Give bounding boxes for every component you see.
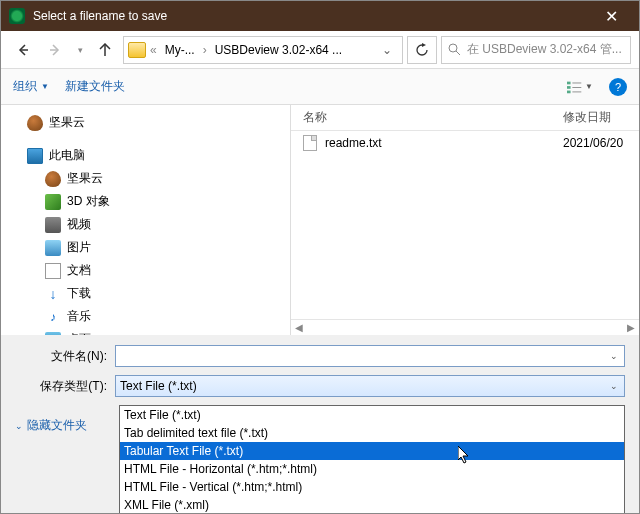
chevron-down-icon[interactable]: ⌄ <box>608 351 620 361</box>
refresh-icon <box>415 43 429 57</box>
tree-item-nutcloud[interactable]: 坚果云 <box>5 111 286 134</box>
breadcrumb[interactable]: « My-... › USBDeview 3.02-x64 ... ⌄ <box>123 36 403 64</box>
folder-icon <box>128 42 146 58</box>
svg-rect-4 <box>572 87 581 88</box>
tree-item-3d[interactable]: 3D 对象 <box>5 190 286 213</box>
refresh-button[interactable] <box>407 36 437 64</box>
arrow-right-icon <box>48 43 62 57</box>
chevron-down-icon: ⌄ <box>15 421 23 431</box>
tree-item-downloads[interactable]: ↓下载 <box>5 282 286 305</box>
file-date: 2021/06/20 <box>563 136 623 150</box>
svg-rect-6 <box>572 91 581 92</box>
horizontal-scrollbar[interactable]: ◀ ▶ <box>291 319 639 335</box>
picture-icon <box>45 240 61 256</box>
app-icon <box>9 8 25 24</box>
file-row[interactable]: readme.txt 2021/06/20 <box>291 131 639 155</box>
list-view-icon <box>567 80 583 94</box>
filetype-option[interactable]: Tab delimited text file (*.txt) <box>120 424 624 442</box>
tree-item-pictures[interactable]: 图片 <box>5 236 286 259</box>
filename-input[interactable]: ⌄ <box>115 345 625 367</box>
search-input[interactable]: 在 USBDeview 3.02-x64 管... <box>441 36 631 64</box>
tree-item-thispc[interactable]: 此电脑 <box>5 144 286 167</box>
nut-icon <box>27 115 43 131</box>
arrow-up-icon <box>98 43 112 57</box>
filetype-label: 保存类型(T): <box>15 378 115 395</box>
tree-item-video[interactable]: 视频 <box>5 213 286 236</box>
filetype-option[interactable]: XML File (*.xml) <box>120 496 624 514</box>
filetype-dropdown[interactable]: Text File (*.txt)Tab delimited text file… <box>119 405 625 514</box>
organize-menu[interactable]: 组织 ▼ <box>13 78 49 95</box>
hide-folders-toggle[interactable]: ⌄ 隐藏文件夹 <box>15 417 87 434</box>
view-mode-button[interactable]: ▼ <box>567 76 593 98</box>
scroll-left-icon[interactable]: ◀ <box>291 322 307 333</box>
svg-rect-3 <box>567 86 571 89</box>
filetype-option[interactable]: HTML File - Horizontal (*.htm;*.html) <box>120 460 624 478</box>
file-list-body[interactable]: readme.txt 2021/06/20 <box>291 131 639 319</box>
filetype-select[interactable]: Text File (*.txt) ⌄ <box>115 375 625 397</box>
help-button[interactable]: ? <box>609 78 627 96</box>
new-folder-button[interactable]: 新建文件夹 <box>65 78 125 95</box>
download-icon: ↓ <box>45 286 61 302</box>
arrow-left-icon <box>16 43 30 57</box>
cube-icon <box>45 194 61 210</box>
back-button[interactable] <box>9 36 37 64</box>
file-list: 名称 修改日期 readme.txt 2021/06/20 ◀ ▶ <box>291 105 639 335</box>
svg-rect-5 <box>567 90 571 93</box>
breadcrumb-item[interactable]: My-... <box>161 43 199 57</box>
tree-item-documents[interactable]: 文档 <box>5 259 286 282</box>
pc-icon <box>27 148 43 164</box>
breadcrumb-sep-icon: « <box>148 43 159 57</box>
document-icon <box>45 263 61 279</box>
column-date[interactable]: 修改日期 <box>551 109 623 126</box>
nav-bar: ▾ « My-... › USBDeview 3.02-x64 ... ⌄ 在 … <box>1 31 639 69</box>
chevron-down-icon[interactable]: ⌄ <box>608 381 620 391</box>
chevron-right-icon: › <box>201 43 209 57</box>
nut-icon <box>45 171 61 187</box>
scroll-right-icon[interactable]: ▶ <box>623 322 639 333</box>
breadcrumb-item[interactable]: USBDeview 3.02-x64 ... <box>211 43 346 57</box>
search-placeholder: 在 USBDeview 3.02-x64 管... <box>467 41 622 58</box>
filetype-option[interactable]: Text File (*.txt) <box>120 406 624 424</box>
filename-label: 文件名(N): <box>15 348 115 365</box>
window-title: Select a filename to save <box>33 9 591 23</box>
svg-rect-2 <box>572 82 581 83</box>
filetype-option[interactable]: Tabular Text File (*.txt) <box>120 442 624 460</box>
filetype-option[interactable]: HTML File - Vertical (*.htm;*.html) <box>120 478 624 496</box>
chevron-down-icon[interactable]: ⌄ <box>376 43 398 57</box>
file-list-header[interactable]: 名称 修改日期 <box>291 105 639 131</box>
recent-button[interactable]: ▾ <box>73 36 87 64</box>
svg-rect-1 <box>567 81 571 84</box>
folder-tree[interactable]: 坚果云 此电脑 坚果云 3D 对象 视频 图片 文档 ↓下载 ♪音乐 桌面 <box>1 105 291 335</box>
close-button[interactable]: ✕ <box>591 1 631 31</box>
tree-item-desktop[interactable]: 桌面 <box>5 328 286 335</box>
file-name: readme.txt <box>325 136 555 150</box>
forward-button[interactable] <box>41 36 69 64</box>
title-bar: Select a filename to save ✕ <box>1 1 639 31</box>
bottom-panel: 文件名(N): ⌄ 保存类型(T): Text File (*.txt) ⌄ ⌄… <box>1 335 639 440</box>
toolbar: 组织 ▼ 新建文件夹 ▼ ? <box>1 69 639 105</box>
body-area: 坚果云 此电脑 坚果云 3D 对象 视频 图片 文档 ↓下载 ♪音乐 桌面 名称… <box>1 105 639 335</box>
search-icon <box>448 43 461 56</box>
tree-item-nutcloud2[interactable]: 坚果云 <box>5 167 286 190</box>
text-file-icon <box>303 135 317 151</box>
svg-point-0 <box>449 44 457 52</box>
up-button[interactable] <box>91 36 119 64</box>
column-name[interactable]: 名称 <box>291 109 551 126</box>
video-icon <box>45 217 61 233</box>
chevron-down-icon: ▼ <box>41 82 49 91</box>
music-icon: ♪ <box>45 309 61 325</box>
tree-item-music[interactable]: ♪音乐 <box>5 305 286 328</box>
